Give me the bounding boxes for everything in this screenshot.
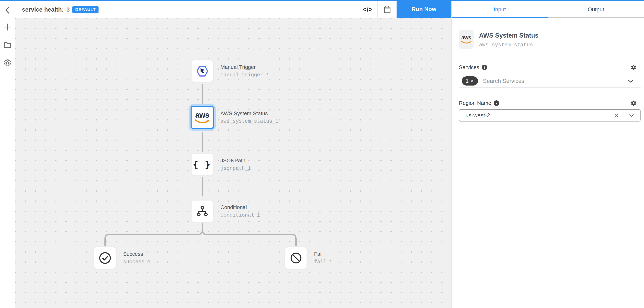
node-aws-system-status-label: AWS System Status aws_system_status_1 [220,110,278,124]
node-success[interactable]: Success success_1 [93,246,150,270]
aws-logo-text: aws [461,35,471,40]
node-success-card[interactable] [93,246,116,270]
calendar-icon [384,6,391,14]
node-aws-system-status[interactable]: aws AWS System Status aws_system_status_… [190,106,278,129]
add-node-button[interactable] [2,22,13,32]
panel-node-title: AWS System Status [479,32,538,39]
selected-count: 1 [466,78,469,84]
info-icon[interactable]: i [494,100,499,106]
aws-logo-icon: aws [461,35,472,44]
node-title: Fail [314,251,332,257]
node-jsonpath[interactable]: { } JSONPath jsonpath_1 [190,153,251,176]
tab-input-label: Input [494,6,506,13]
node-title: AWS System Status [220,110,278,116]
selected-count-pill[interactable]: 1 ✕ [462,76,478,86]
panel-divider [452,52,644,53]
aws-logo-text: aws [195,111,209,119]
curly-braces-icon: { } [192,160,212,170]
services-search-placeholder: Search Services [483,78,524,84]
tab-output-label: Output [588,6,604,13]
node-aws-system-status-card[interactable]: aws [190,106,214,129]
gear-icon [630,64,637,70]
prohibition-icon [290,252,302,264]
workflow-title: service health: [22,6,64,13]
tab-output[interactable]: Output [548,1,644,18]
services-label-row: Services i [459,64,637,70]
region-name-value: us-west-2 [466,112,490,119]
node-manual-trigger[interactable]: Manual Trigger manual_trigger_1 [190,59,269,83]
folder-icon [4,42,12,48]
info-icon[interactable]: i [482,64,487,70]
services-multiselect[interactable]: 1 ✕ Search Services [459,76,640,88]
node-fail-label: Fail fail_1 [314,251,332,265]
chevron-down-icon[interactable] [628,114,634,117]
left-toolbar [0,1,15,308]
node-fail-card[interactable] [284,246,308,270]
panel-tab-bar: Input Output [452,1,644,18]
edge-aws-to-jsonpath [202,132,203,152]
services-label: Services [459,64,479,70]
plus-icon [4,23,12,31]
node-id: jsonpath_1 [220,166,251,172]
edge-jsonpath-to-conditional [202,177,203,196]
settings-button[interactable] [2,58,13,68]
node-manual-trigger-label: Manual Trigger manual_trigger_1 [220,64,269,78]
edge-conditional-branches [100,223,303,247]
node-title: Manual Trigger [220,64,269,70]
schedule-button[interactable] [377,1,397,18]
node-conditional-label: Conditional conditional_1 [220,204,260,218]
code-view-button[interactable]: </> [358,1,377,18]
remove-selection-icon[interactable]: ✕ [470,79,474,83]
default-badge: DEFAULT [72,6,98,14]
gear-icon [4,59,12,67]
node-title: Success [123,251,150,257]
gear-icon [630,100,637,106]
aws-logo-icon: aws [195,111,210,124]
region-label-row: Region Name i [459,100,637,106]
node-conditional-card[interactable] [190,200,214,223]
panel-node-titles: AWS System Status aws_system_status [479,30,538,49]
chevron-down-icon[interactable] [628,79,634,83]
node-manual-trigger-card[interactable] [190,59,214,83]
node-title: Conditional [220,204,260,210]
edge-manual-to-aws [202,84,203,104]
node-conditional[interactable]: Conditional conditional_1 [190,200,260,223]
files-button[interactable] [2,40,13,50]
region-name-input[interactable]: us-west-2 [459,109,640,122]
node-id: fail_1 [314,259,332,265]
node-title: JSONPath [220,158,251,164]
node-id: success_1 [123,259,150,265]
workflow-canvas[interactable]: Manual Trigger manual_trigger_1 aws AWS … [15,18,452,308]
node-type-tile: aws [459,30,474,49]
node-jsonpath-label: JSONPath jsonpath_1 [220,158,251,172]
node-fail[interactable]: Fail fail_1 [284,246,332,270]
tab-input[interactable]: Input [452,1,548,18]
region-name-label: Region Name [459,100,491,106]
branch-icon [196,206,209,217]
node-jsonpath-card[interactable]: { } [190,153,214,176]
header-bar: service health: 3 DEFAULT </> Run Now [15,1,452,18]
workflow-title-section: service health: 3 DEFAULT [15,1,103,18]
node-id: conditional_1 [220,212,260,218]
panel-node-header: aws AWS System Status aws_system_status [459,30,538,49]
node-id: manual_trigger_1 [220,72,269,78]
run-now-button[interactable]: Run Now [396,0,452,18]
region-settings-button[interactable] [630,100,637,106]
manual-trigger-hexagon-cursor-icon [196,65,209,77]
panel-node-subtitle: aws_system_status [479,42,538,48]
clear-input-icon[interactable] [614,112,620,118]
back-button[interactable] [2,5,13,16]
input-panel: aws AWS System Status aws_system_status … [452,18,644,308]
workflow-run-count: 3 [66,6,70,13]
node-id: aws_system_status_1 [220,118,278,124]
back-chevron-icon [4,6,12,15]
check-circle-icon [98,252,112,264]
services-settings-button[interactable] [630,64,637,70]
code-icon: </> [363,6,372,13]
node-success-label: Success success_1 [123,251,150,265]
